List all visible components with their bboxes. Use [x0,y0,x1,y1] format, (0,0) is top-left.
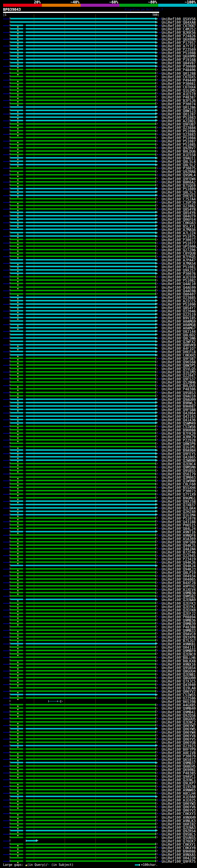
alignment-bar[interactable] [10,113,156,115]
alignment-bar[interactable] [10,527,156,529]
alignment-bar[interactable] [10,344,156,345]
alignment-bar[interactable] [10,606,156,607]
alignment-bar[interactable] [10,623,156,624]
alignment-bar[interactable] [10,636,156,638]
alignment-bar[interactable] [10,283,156,284]
alignment-bar[interactable] [10,127,156,128]
alignment-bar[interactable] [10,830,156,831]
alignment-bar[interactable] [10,813,156,814]
alignment-bar[interactable] [10,178,156,179]
alignment-bar[interactable] [10,758,156,760]
alignment-bar[interactable] [10,307,156,308]
alignment-bar[interactable] [10,392,156,393]
alignment-bar[interactable] [10,626,156,627]
alignment-bar[interactable] [10,833,156,835]
alignment-bar[interactable] [10,21,156,23]
alignment-bar[interactable] [10,453,156,454]
alignment-bar[interactable] [10,446,156,447]
alignment-bar[interactable] [10,62,156,63]
alignment-bar[interactable] [10,65,156,67]
alignment-bar[interactable] [10,300,156,302]
alignment-bar[interactable] [10,493,156,495]
alignment-bar[interactable] [10,388,156,390]
alignment-bar[interactable] [10,806,156,807]
alignment-bar[interactable] [10,598,156,600]
alignment-bar[interactable] [10,52,156,53]
alignment-bar[interactable] [10,694,156,695]
alignment-bar[interactable] [10,313,156,315]
alignment-bar[interactable] [10,820,156,821]
alignment-bar[interactable] [10,337,156,339]
alignment-bar[interactable] [10,374,156,376]
alignment-bar[interactable] [10,592,156,593]
alignment-bar[interactable] [10,402,156,403]
alignment-bar[interactable] [10,613,156,614]
alignment-bar[interactable] [10,347,156,349]
alignment-bar[interactable] [10,633,156,634]
alignment-bar[interactable] [10,616,156,617]
alignment-bar[interactable] [10,103,156,104]
alignment-bar[interactable] [10,456,156,458]
alignment-bar[interactable] [10,160,156,162]
alignment-bar[interactable] [10,331,156,332]
alignment-bar[interactable] [10,86,156,88]
alignment-bar[interactable] [10,123,156,125]
alignment-bar[interactable] [10,259,156,260]
alignment-bar[interactable] [10,796,156,797]
alignment-bar[interactable] [10,718,156,719]
alignment-bar[interactable] [10,297,156,298]
alignment-bar[interactable] [10,714,156,716]
alignment-bar[interactable] [10,521,156,522]
alignment-bar[interactable] [10,680,156,682]
alignment-bar[interactable] [10,687,156,688]
alignment-bar[interactable] [10,442,156,444]
alignment-bar[interactable] [10,293,156,295]
alignment-bar[interactable] [10,205,156,206]
alignment-bar[interactable] [10,28,156,30]
alignment-bar[interactable] [10,735,156,736]
alignment-bar[interactable] [10,524,156,526]
alignment-bar[interactable] [10,578,156,580]
alignment-bar[interactable] [10,741,156,743]
alignment-bar[interactable] [10,147,156,148]
alignment-bar[interactable] [10,191,156,193]
alignment-bar[interactable] [10,25,156,26]
alignment-bar[interactable] [10,534,156,536]
alignment-bar[interactable] [10,565,156,566]
alignment-bar[interactable] [10,361,156,363]
alignment-bar[interactable] [10,663,156,665]
alignment-bar[interactable] [10,677,156,678]
alignment-bar[interactable] [10,144,156,145]
alignment-bar[interactable] [10,218,156,220]
alignment-bar[interactable] [10,697,156,699]
alignment-bar[interactable] [10,480,156,481]
alignment-bar[interactable] [10,167,156,169]
alignment-bar[interactable] [10,537,156,539]
alignment-bar[interactable] [10,854,156,855]
alignment-bar[interactable] [10,643,156,645]
alignment-bar[interactable] [10,59,156,60]
alignment-bar[interactable] [10,354,156,355]
alignment-bar[interactable] [10,857,156,859]
alignment-bar[interactable] [10,426,156,427]
alignment-bar[interactable] [10,745,156,746]
alignment-bar[interactable] [10,55,156,57]
alignment-bar[interactable] [10,789,156,790]
alignment-bar[interactable] [10,860,156,862]
alignment-bar[interactable] [10,215,156,216]
alignment-bar[interactable] [10,765,156,767]
alignment-bar[interactable] [10,847,156,848]
alignment-bar[interactable] [10,802,156,804]
alignment-bar[interactable] [10,792,156,794]
alignment-row[interactable]: UniRef100_Q9FR75 [0,860,197,863]
alignment-bar[interactable] [10,673,156,675]
alignment-bar[interactable] [10,843,156,845]
alignment-bar[interactable] [10,551,156,553]
alignment-bar[interactable] [10,320,156,322]
alignment-bar[interactable] [10,670,156,672]
alignment-bar[interactable] [10,286,156,288]
alignment-bar[interactable] [10,619,156,621]
alignment-bar[interactable] [10,561,156,563]
alignment-bar[interactable] [10,303,156,305]
alignment-bar[interactable] [10,595,156,597]
